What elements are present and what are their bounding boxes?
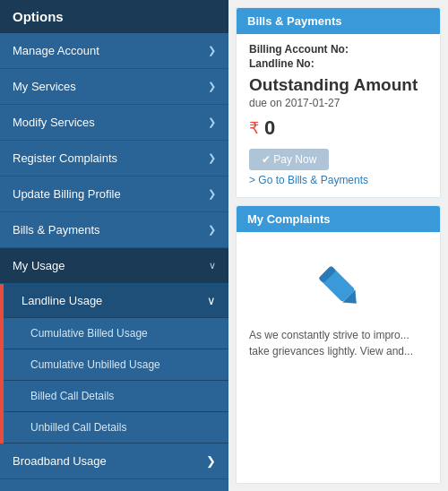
sidebar-subitem-cumulative-unbilled[interactable]: Cumulative Unbilled Usage [4, 349, 228, 381]
bills-payments-card-title: Bills & Payments [237, 8, 440, 34]
main-content: Bills & Payments Billing Account No: Lan… [228, 0, 448, 491]
sidebar: Options Manage Account ❯ My Services ❯ M… [0, 0, 228, 491]
chevron-right-icon: ❯ [208, 188, 216, 200]
sidebar-item-label: Manage Account [13, 44, 99, 57]
chevron-right-icon: ❯ [208, 116, 216, 128]
sidebar-item-label: Update Billing Profile [13, 187, 121, 201]
complaint-icon-area [249, 241, 427, 322]
my-complaints-card: My Complaints As we constantly strive to… [236, 205, 441, 484]
outstanding-amount-title: Outstanding Amount [249, 75, 427, 95]
pay-now-button[interactable]: ✔ Pay Now [249, 149, 329, 170]
sidebar-subitem-unbilled-call-details[interactable]: Unbilled Call Details [4, 412, 228, 444]
chevron-right-icon: ❯ [208, 224, 216, 236]
landline-label: Landline No: [249, 57, 427, 70]
chevron-down-icon: ∨ [207, 294, 216, 307]
sidebar-header: Options [0, 0, 228, 33]
chevron-right-icon: ❯ [208, 152, 216, 164]
sidebar-subitem-billed-call-details[interactable]: Billed Call Details [4, 381, 228, 412]
sidebar-subgroup-label: Landline Usage [22, 294, 102, 307]
sidebar-subgroup-landline-header[interactable]: Landline Usage ∨ [4, 284, 228, 318]
sidebar-item-label: Bills & Payments [13, 223, 100, 237]
sidebar-item-label: My Usage [13, 259, 65, 272]
sidebar-item-modify-services[interactable]: Modify Services ❯ [0, 105, 228, 141]
sidebar-item-my-services[interactable]: My Services ❯ [0, 69, 228, 105]
chevron-right-icon: ❯ [206, 454, 216, 468]
chevron-right-icon: ❯ [208, 45, 216, 56]
sidebar-item-label: Broadband Usage [13, 454, 107, 468]
due-date: due on 2017-01-27 [249, 97, 427, 109]
complaint-text: As we constantly strive to impro... take… [249, 327, 427, 359]
sidebar-item-update-billing-profile[interactable]: Update Billing Profile ❯ [0, 177, 228, 212]
chevron-down-icon: ∨ [209, 260, 216, 271]
sidebar-item-label: Register Complaints [13, 151, 117, 165]
sidebar-subitem-cumulative-billed[interactable]: Cumulative Billed Usage [4, 318, 228, 349]
amount-value: 0 [264, 116, 275, 140]
sidebar-item-broadband-usage[interactable]: Broadband Usage ❯ [0, 444, 228, 479]
billing-account-label: Billing Account No: [249, 43, 427, 56]
amount-row: ₹ 0 [249, 116, 427, 140]
sidebar-item-my-usage[interactable]: My Usage ∨ [0, 248, 228, 284]
sidebar-item-manage-account[interactable]: Manage Account ❯ [0, 33, 228, 69]
sidebar-subgroup-landline: Landline Usage ∨ Cumulative Billed Usage… [0, 284, 228, 444]
chevron-right-icon: ❯ [208, 81, 216, 92]
bills-payments-card: Bills & Payments Billing Account No: Lan… [236, 7, 441, 198]
rupee-symbol: ₹ [249, 118, 259, 138]
my-complaints-card-title: My Complaints [237, 206, 440, 232]
sidebar-item-register-complaints[interactable]: Register Complaints ❯ [0, 141, 228, 177]
pencil-icon [312, 259, 366, 313]
go-to-bills-payments-link[interactable]: > Go to Bills & Payments [249, 174, 427, 186]
sidebar-item-label: My Services [13, 80, 76, 93]
sidebar-item-bills-payments[interactable]: Bills & Payments ❯ [0, 212, 228, 248]
sidebar-item-label: Modify Services [13, 116, 95, 129]
